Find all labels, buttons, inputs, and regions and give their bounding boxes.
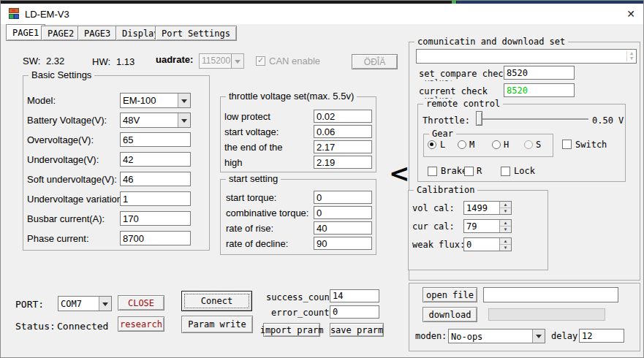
spin-down-icon[interactable]: ▼: [500, 245, 511, 251]
tab-port-settings[interactable]: Port Settings: [155, 26, 237, 41]
brake-checkbox[interactable]: [428, 167, 437, 176]
high-input[interactable]: [314, 156, 372, 169]
low-protect-label: low protect: [224, 111, 270, 122]
vol-cal-value: 1499: [464, 202, 499, 214]
undervoltage-variation-input[interactable]: [120, 191, 191, 206]
status-value: Connected: [57, 321, 108, 332]
baudrate-combo[interactable]: 115200: [199, 53, 244, 69]
moden-combo[interactable]: No-ops: [448, 329, 545, 343]
hw-label: HW:: [92, 56, 110, 67]
port-value: COM7: [58, 297, 99, 311]
baudrate-label: uadrate:: [156, 54, 193, 65]
low-protect-input[interactable]: [314, 110, 372, 123]
sw-value: 2.32: [46, 56, 64, 66]
start-voltage-input[interactable]: [314, 125, 372, 138]
brake-label: Brake: [441, 166, 467, 176]
gear-radio-h[interactable]: [492, 140, 501, 149]
throttle-slider-track[interactable]: [477, 118, 588, 120]
connect-button[interactable]: Conect: [181, 291, 252, 311]
set-compare-check-label: set compare check: [419, 69, 509, 79]
remote-control-title: remote control: [423, 99, 503, 109]
param-write-button[interactable]: Param write: [181, 316, 253, 333]
chevron-down-icon: [532, 330, 545, 343]
combinative-torque-label: combinative torque:: [226, 207, 308, 218]
sw-label: SW:: [23, 56, 40, 66]
can-enable-label: CAN enable: [269, 56, 320, 66]
moden-value: No-ops: [449, 330, 532, 343]
r-label: R: [477, 166, 482, 176]
r-checkbox[interactable]: [464, 167, 474, 176]
set-compare-check-input[interactable]: [504, 66, 575, 80]
comm-message-field[interactable]: ▲▼: [416, 49, 637, 64]
save-param-button[interactable]: save prarm: [330, 323, 384, 337]
spin-down-icon[interactable]: ▼: [500, 226, 511, 232]
open-file-button[interactable]: open file: [423, 287, 477, 302]
start-torque-input[interactable]: [314, 191, 372, 204]
research-button[interactable]: research: [118, 316, 164, 332]
vol-cal-spinner[interactable]: 1499 ▲▼: [463, 201, 512, 215]
end-of-the-input[interactable]: [314, 140, 372, 153]
throttle-slider-value: 0.50 V: [592, 115, 624, 126]
spin-up-icon[interactable]: ▲: [500, 202, 511, 208]
switch-checkbox[interactable]: [562, 140, 572, 149]
success-count-input[interactable]: [330, 289, 379, 302]
port-combo[interactable]: COM7: [58, 296, 112, 311]
switch-label: Switch: [575, 140, 607, 150]
chevron-down-icon: [231, 54, 243, 68]
current-check-input[interactable]: [504, 83, 575, 97]
cur-cal-label: cur cal:: [412, 221, 455, 232]
model-combo[interactable]: EM-100: [120, 93, 191, 108]
error-count-input[interactable]: [330, 305, 379, 319]
clipped-text: value:: [425, 78, 498, 81]
scroll-arrows-icon[interactable]: ▲▼: [626, 51, 636, 61]
overvoltage-input[interactable]: [120, 132, 191, 147]
lock-checkbox[interactable]: [501, 167, 510, 176]
phase-current-input[interactable]: [120, 231, 191, 245]
can-enable-checkbox[interactable]: ✓: [256, 56, 265, 66]
language-button[interactable]: ÖÐÎÄ: [352, 54, 398, 69]
start-setting-title: start setting: [226, 174, 281, 184]
download-button[interactable]: download: [423, 307, 477, 322]
download-progress-bar: [488, 308, 605, 321]
battery-voltage-combo[interactable]: 48V: [120, 113, 191, 128]
port-label: PORT:: [15, 299, 44, 310]
delay-label: delay:: [551, 331, 583, 341]
rate-of-rise-input[interactable]: [314, 221, 372, 235]
high-label: high: [224, 157, 243, 168]
spin-down-icon[interactable]: ▼: [500, 208, 511, 214]
gear-label-h: H: [504, 140, 509, 150]
close-port-button[interactable]: CLOSE: [118, 295, 164, 311]
gear-label-l: L: [440, 140, 445, 150]
chevron-down-icon: [178, 113, 190, 127]
gear-radio-m[interactable]: [458, 140, 466, 149]
spin-up-icon[interactable]: ▲: [500, 220, 511, 226]
tab-page1[interactable]: PAGE1: [6, 24, 45, 41]
model-label: Model:: [27, 95, 56, 106]
import-param-button[interactable]: import prarm: [263, 323, 320, 337]
throttle-slider-thumb[interactable]: [476, 111, 482, 126]
gear-title: Gear: [429, 129, 456, 139]
cur-cal-spinner[interactable]: 79 ▲▼: [463, 219, 512, 233]
start-voltage-label: start voltage:: [224, 126, 279, 137]
rate-of-decline-label: rate of decline:: [226, 238, 288, 249]
model-value: EM-100: [121, 94, 178, 107]
busbar-current-input[interactable]: [120, 211, 191, 226]
phase-current-label: Phase current:: [27, 233, 89, 244]
overvoltage-label: Overvoltage(V):: [27, 134, 94, 145]
delay-input[interactable]: [579, 329, 624, 343]
file-path-input[interactable]: [483, 287, 618, 302]
rate-of-decline-input[interactable]: [314, 237, 372, 250]
tab-page2[interactable]: PAGE2: [41, 26, 80, 41]
spin-up-icon[interactable]: ▲: [500, 238, 511, 245]
weak-flux-label: weak flux:: [412, 240, 465, 250]
weak-flux-spinner[interactable]: 0 ▲▼: [463, 237, 512, 251]
undervoltage-variation-label: Undervoltage variation:: [27, 194, 125, 205]
close-icon[interactable]: ✕: [622, 7, 640, 21]
tab-page3[interactable]: PAGE3: [77, 26, 117, 41]
gear-radio-l[interactable]: [428, 140, 436, 149]
combinative-torque-input[interactable]: [314, 206, 372, 219]
error-count-label: error_count:: [271, 308, 335, 318]
undervoltage-input[interactable]: [120, 152, 191, 167]
soft-undervoltage-input[interactable]: [120, 172, 191, 186]
gear-radio-s[interactable]: [524, 140, 533, 149]
